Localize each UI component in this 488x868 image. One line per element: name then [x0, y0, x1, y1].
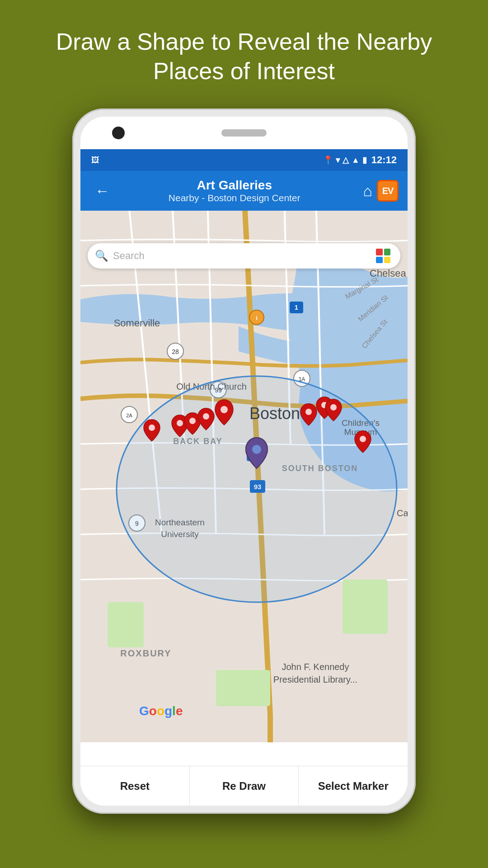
search-placeholder: Search	[113, 250, 145, 262]
grid-dot-blue	[376, 257, 383, 264]
ev-label: EV	[382, 186, 394, 196]
battery-icon: ▮	[362, 155, 367, 165]
grid-icon[interactable]	[373, 246, 393, 266]
svg-point-40	[117, 376, 397, 602]
svg-text:28: 28	[172, 348, 179, 355]
bottom-bar: Reset Re Draw Select Marker	[80, 766, 408, 806]
map-svg: 28 99 2A 1A 9 93 1	[80, 149, 408, 766]
svg-text:Chelsea: Chelsea	[370, 268, 406, 279]
phone-notch	[80, 117, 408, 149]
status-icons: 📍 ▾ △ ▲ ▮	[323, 155, 367, 165]
status-time: 12:12	[371, 154, 397, 166]
svg-text:Google: Google	[139, 704, 183, 718]
svg-point-47	[305, 409, 312, 415]
svg-point-41	[149, 425, 155, 431]
phone-mockup: 🖼 📍 ▾ △ ▲ ▮ 12:12 ← Art Galler	[72, 108, 416, 814]
svg-point-49	[330, 404, 337, 410]
grid-dot-green	[384, 249, 391, 255]
grid-dot-red	[376, 249, 383, 255]
svg-rect-2	[108, 602, 144, 647]
svg-text:i: i	[256, 315, 258, 321]
svg-point-44	[203, 413, 209, 420]
wifi-icon: ▾	[336, 155, 340, 165]
svg-text:Somerville: Somerville	[114, 317, 160, 329]
map-area[interactable]: 28 99 2A 1A 9 93 1	[80, 149, 408, 766]
grid-dot-yellow	[384, 257, 391, 264]
reset-button[interactable]: Reset	[80, 766, 190, 806]
camera	[112, 127, 125, 139]
location-icon: 📍	[323, 155, 333, 165]
headline: Draw a Shape to Reveal the Nearby Places…	[0, 0, 488, 104]
search-icon: 🔍	[95, 250, 108, 262]
toolbar-title: Art Galleries	[106, 178, 363, 193]
svg-text:1: 1	[295, 304, 298, 311]
toolbar-subtitle: Nearby - Boston Design Center	[106, 193, 363, 203]
svg-text:John F. Kennedy: John F. Kennedy	[282, 662, 349, 672]
svg-text:2A: 2A	[126, 413, 132, 418]
svg-point-43	[189, 418, 196, 424]
speaker	[221, 129, 267, 137]
svg-rect-3	[216, 670, 270, 706]
redraw-button[interactable]: Re Draw	[190, 766, 299, 806]
status-bar: 🖼 📍 ▾ △ ▲ ▮ 12:12	[80, 149, 408, 171]
svg-point-50	[360, 436, 366, 442]
svg-rect-1	[343, 580, 388, 634]
signal2-icon: ▲	[352, 156, 360, 165]
app-toolbar: ← Art Galleries Nearby - Boston Design C…	[80, 171, 408, 211]
svg-point-45	[221, 406, 228, 413]
svg-point-42	[177, 420, 183, 426]
ev-badge[interactable]: EV	[377, 180, 399, 202]
toolbar-actions: ⌂ EV	[363, 180, 399, 202]
svg-text:Ca: Ca	[397, 508, 408, 518]
select-marker-button[interactable]: Select Marker	[299, 766, 408, 806]
toolbar-title-group: Art Galleries Nearby - Boston Design Cen…	[106, 178, 363, 203]
home-icon[interactable]: ⌂	[363, 182, 372, 200]
svg-text:Presidential Library...: Presidential Library...	[273, 675, 357, 684]
signal-icon: △	[343, 155, 349, 165]
svg-text:ROXBURY: ROXBURY	[120, 648, 171, 658]
search-bar[interactable]: 🔍 Search	[88, 243, 400, 269]
photo-icon: 🖼	[91, 156, 99, 165]
